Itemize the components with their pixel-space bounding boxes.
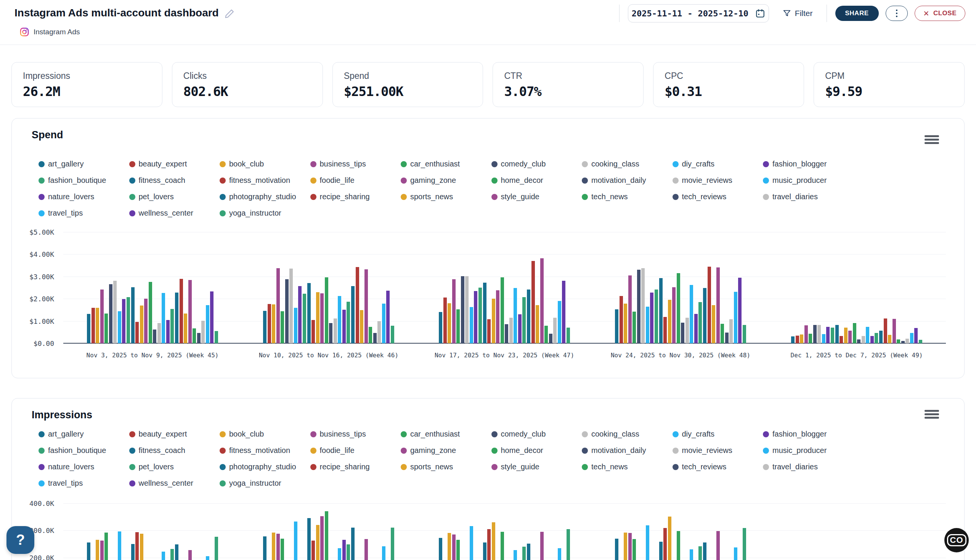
- bar-foodie_life[interactable]: [668, 300, 671, 343]
- bar-movie_reviews[interactable]: [509, 318, 513, 343]
- bar-business_tips[interactable]: [452, 279, 456, 343]
- bar-music_producer[interactable]: [162, 293, 165, 343]
- bar-foodie_life[interactable]: [492, 299, 495, 343]
- bar-art_gallery[interactable]: [87, 314, 90, 343]
- bar-comedy_club[interactable]: [813, 325, 817, 343]
- legend-item-diy_crafts[interactable]: diy_crafts: [672, 160, 715, 168]
- bar-business_tips[interactable]: [100, 290, 104, 343]
- bar-home_decor[interactable]: [325, 277, 328, 343]
- bar-car_enthusiast[interactable]: [104, 313, 108, 343]
- legend-item-fitness_motivation[interactable]: fitness_motivation: [220, 446, 290, 455]
- share-button[interactable]: SHARE: [835, 6, 879, 21]
- bar-music_producer[interactable]: [338, 548, 341, 560]
- bar-art_gallery[interactable]: [439, 538, 442, 560]
- legend-item-book_club[interactable]: book_club: [220, 160, 264, 168]
- bar-photography_studio[interactable]: [351, 286, 354, 343]
- bar-beauty_expert[interactable]: [443, 298, 447, 343]
- bar-tech_reviews[interactable]: [197, 333, 201, 343]
- bar-art_gallery[interactable]: [615, 309, 618, 343]
- chart-menu-icon[interactable]: [924, 135, 939, 145]
- legend-item-fashion_boutique[interactable]: fashion_boutique: [38, 176, 106, 185]
- bar-motivation_daily[interactable]: [505, 324, 508, 343]
- bar-car_enthusiast[interactable]: [281, 311, 284, 343]
- bar-cooking_class[interactable]: [641, 268, 645, 343]
- bar-movie_reviews[interactable]: [334, 318, 337, 343]
- bar-foodie_life[interactable]: [844, 328, 847, 343]
- bar-book_club[interactable]: [272, 533, 275, 560]
- bar-fitness_motivation[interactable]: [311, 320, 315, 343]
- bar-car_enthusiast[interactable]: [809, 334, 812, 343]
- legend-item-motivation_daily[interactable]: motivation_daily: [582, 446, 646, 455]
- bar-fashion_boutique[interactable]: [478, 288, 482, 343]
- bar-yoga_instructor[interactable]: [215, 537, 218, 560]
- bar-yoga_instructor[interactable]: [743, 528, 746, 560]
- bar-photography_studio[interactable]: [879, 331, 882, 343]
- bar-tech_news[interactable]: [369, 327, 372, 343]
- bar-art_gallery[interactable]: [791, 337, 794, 343]
- bar-travel_tips[interactable]: [558, 301, 561, 343]
- bar-cooking_class[interactable]: [289, 268, 293, 343]
- bar-home_decor[interactable]: [677, 273, 680, 343]
- bar-music_producer[interactable]: [690, 285, 693, 343]
- legend-item-travel_diaries[interactable]: travel_diaries: [763, 192, 818, 201]
- legend-item-photography_studio[interactable]: photography_studio: [220, 462, 296, 471]
- legend-item-home_decor[interactable]: home_decor: [491, 446, 543, 455]
- brand-logo-button[interactable]: CO: [944, 528, 969, 552]
- bar-gaming_zone[interactable]: [320, 293, 324, 343]
- bar-car_enthusiast[interactable]: [456, 540, 460, 560]
- bar-fitness_coach[interactable]: [131, 544, 135, 560]
- bar-foodie_life[interactable]: [140, 305, 143, 343]
- bar-diy_crafts[interactable]: [294, 308, 297, 343]
- bar-foodie_life[interactable]: [492, 522, 495, 560]
- bar-style_guide[interactable]: [892, 319, 896, 343]
- bar-fashion_blogger[interactable]: [298, 286, 302, 343]
- bar-travel_tips[interactable]: [910, 333, 914, 343]
- legend-item-travel_tips[interactable]: travel_tips: [38, 479, 83, 488]
- bar-diy_crafts[interactable]: [294, 522, 297, 560]
- legend-item-comedy_club[interactable]: comedy_club: [491, 160, 546, 168]
- bar-home_decor[interactable]: [677, 531, 680, 560]
- bar-beauty_expert[interactable]: [92, 308, 95, 343]
- bar-art_gallery[interactable]: [263, 311, 266, 343]
- bar-yoga_instructor[interactable]: [567, 529, 570, 560]
- legend-item-fitness_motivation[interactable]: fitness_motivation: [220, 176, 290, 185]
- legend-item-beauty_expert[interactable]: beauty_expert: [129, 430, 187, 438]
- bar-diy_crafts[interactable]: [822, 334, 826, 343]
- date-range-picker[interactable]: 2025-11-11 - 2025-12-10: [628, 4, 769, 22]
- bar-fitness_coach[interactable]: [835, 325, 839, 343]
- bar-pet_lovers[interactable]: [699, 546, 702, 560]
- bar-travel_tips[interactable]: [558, 548, 561, 560]
- legend-item-movie_reviews[interactable]: movie_reviews: [672, 446, 732, 455]
- bar-pet_lovers[interactable]: [699, 302, 702, 343]
- bar-travel_tips[interactable]: [734, 547, 737, 560]
- bar-travel_diaries[interactable]: [906, 339, 909, 343]
- legend-item-sports_news[interactable]: sports_news: [401, 462, 453, 471]
- bar-book_club[interactable]: [272, 304, 275, 343]
- legend-item-fashion_blogger[interactable]: fashion_blogger: [763, 160, 827, 168]
- bar-yoga_instructor[interactable]: [391, 326, 394, 343]
- legend-item-travel_diaries[interactable]: travel_diaries: [763, 462, 818, 471]
- bar-diy_crafts[interactable]: [118, 532, 121, 560]
- bar-gaming_zone[interactable]: [848, 331, 852, 343]
- bar-style_guide[interactable]: [188, 280, 192, 343]
- bar-travel_diaries[interactable]: [729, 319, 733, 343]
- bar-yoga_instructor[interactable]: [567, 328, 570, 343]
- bar-motivation_daily[interactable]: [153, 330, 156, 343]
- bar-style_guide[interactable]: [540, 258, 544, 343]
- bar-book_club[interactable]: [624, 533, 627, 560]
- bar-home_decor[interactable]: [149, 282, 152, 343]
- legend-item-pet_lovers[interactable]: pet_lovers: [129, 192, 174, 201]
- bar-foodie_life[interactable]: [668, 517, 671, 560]
- edit-title-icon[interactable]: [224, 8, 235, 19]
- bar-fitness_coach[interactable]: [483, 542, 486, 560]
- bar-gaming_zone[interactable]: [672, 287, 675, 343]
- bar-music_producer[interactable]: [338, 296, 341, 343]
- bar-book_club[interactable]: [800, 335, 803, 343]
- bar-car_enthusiast[interactable]: [456, 309, 460, 343]
- legend-item-home_decor[interactable]: home_decor: [491, 176, 543, 185]
- bar-business_tips[interactable]: [804, 325, 808, 343]
- bar-fitness_motivation[interactable]: [311, 540, 315, 560]
- legend-item-tech_news[interactable]: tech_news: [582, 462, 628, 471]
- bar-home_decor[interactable]: [501, 277, 504, 343]
- bar-music_producer[interactable]: [866, 327, 869, 343]
